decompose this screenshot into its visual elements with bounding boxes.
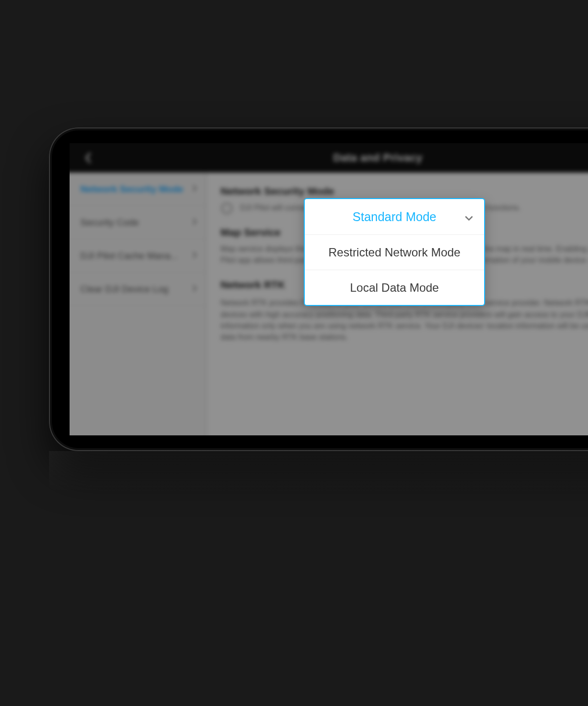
dropdown-selected-label: Standard Mode (353, 210, 437, 224)
network-security-mode-dropdown: Standard Mode Restricted Network Mode Lo… (304, 198, 485, 306)
dropdown-option-restricted[interactable]: Restricted Network Mode (305, 234, 484, 270)
dropdown-selected[interactable]: Standard Mode (305, 199, 484, 234)
tablet-frame: Data and Privacy Network Security Mode S… (49, 127, 588, 451)
dropdown-option-local-data[interactable]: Local Data Mode (305, 270, 484, 305)
dropdown-option-label: Restricted Network Mode (328, 246, 460, 259)
screen: Data and Privacy Network Security Mode S… (70, 143, 588, 435)
dropdown-option-label: Local Data Mode (350, 281, 439, 295)
chevron-down-icon (465, 210, 473, 224)
